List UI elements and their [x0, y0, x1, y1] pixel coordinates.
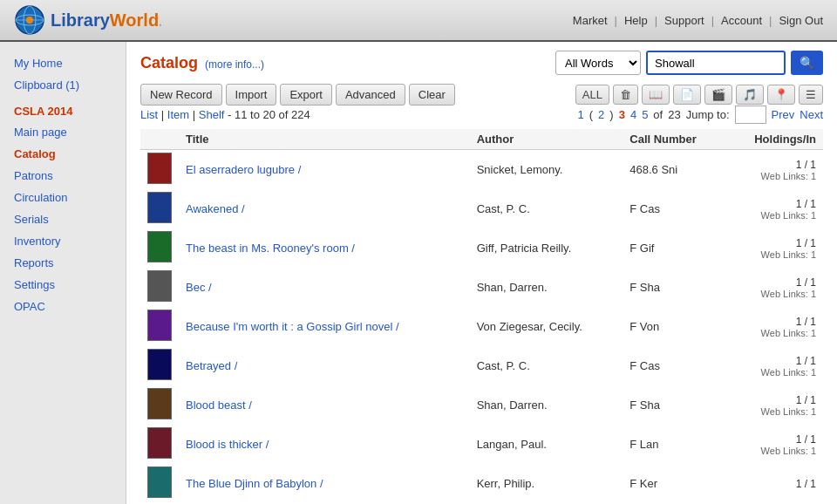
call-number-cell: F Ker: [623, 464, 726, 503]
nav-links: Market | Help | Support | Account | Sign…: [573, 14, 823, 27]
col-callnum: Call Number: [623, 129, 726, 150]
holdings-cell: 1 / 1Web Links: 1: [726, 425, 823, 464]
jump-to-input[interactable]: [735, 106, 766, 124]
filter-map-button[interactable]: 📍: [767, 85, 795, 105]
holdings-cell: 1 / 1Web Links: 1: [726, 189, 823, 228]
book-title-cell: The beast in Ms. Rooney's room /: [179, 228, 470, 268]
book-thumb-cell: [140, 346, 179, 385]
book-title-link[interactable]: The Blue Djinn of Babylon /: [186, 477, 323, 490]
filter-book-button[interactable]: 📖: [642, 85, 670, 105]
toolbar-left: New Record Import Export Advanced Clear: [140, 84, 455, 106]
filter-video-button[interactable]: 🎬: [704, 85, 732, 105]
filter-all-button[interactable]: ALL: [575, 85, 609, 105]
sidebar-item-myhome[interactable]: My Home: [0, 52, 126, 74]
filter-icons: ALL 🗑 📖 📄 🎬 🎵 📍 ☰: [575, 85, 823, 105]
book-title-link[interactable]: Because I'm worth it : a Gossip Girl nov…: [186, 320, 399, 333]
next-link[interactable]: Next: [800, 108, 823, 121]
nav-support[interactable]: Support: [664, 14, 704, 27]
view-item[interactable]: Item: [167, 108, 189, 121]
sidebar-item-inventory[interactable]: Inventory: [0, 230, 126, 252]
nav-account[interactable]: Account: [721, 14, 762, 27]
page-5[interactable]: 5: [642, 108, 648, 121]
book-cover-image: [147, 270, 172, 302]
export-button[interactable]: Export: [280, 84, 332, 106]
web-links-label: Web Links: 1: [733, 328, 816, 338]
sidebar-item-serials[interactable]: Serials: [0, 208, 126, 230]
page-1[interactable]: 1: [578, 108, 584, 121]
table-header-row: Title Author Call Number Holdings/In: [140, 129, 823, 150]
main-content: Catalog (more info...) All Words Any Wor…: [126, 42, 837, 504]
nav-market[interactable]: Market: [573, 14, 608, 27]
holdings-cell: 1 / 1Web Links: 1: [726, 346, 823, 385]
view-list[interactable]: List: [140, 108, 158, 121]
holdings-value: 1 / 1: [733, 433, 816, 446]
range-text: 11 to 20 of 224: [235, 108, 310, 121]
book-author-cell: Snicket, Lemony.: [470, 150, 623, 190]
holdings-cell: 1 / 1Web Links: 1: [726, 150, 823, 190]
book-title-link[interactable]: Blood is thicker /: [186, 438, 269, 451]
book-thumb-cell: [140, 385, 179, 425]
clear-button[interactable]: Clear: [409, 84, 455, 106]
book-thumb-cell: [140, 228, 179, 268]
table-row: The Blue Djinn of Babylon /Kerr, Philip.…: [140, 464, 823, 503]
search-type-select[interactable]: All Words Any Words Title Author Subject…: [555, 51, 641, 75]
book-title-link[interactable]: Betrayed /: [186, 359, 237, 372]
page-2[interactable]: 2: [598, 108, 604, 121]
globe-icon: [14, 4, 45, 36]
import-button[interactable]: Import: [226, 84, 277, 106]
pagination-right: 1 ( 2 ) 3 4 5 of 23 Jump to: Prev Next: [578, 106, 824, 124]
search-input[interactable]: [646, 51, 786, 75]
book-title-link[interactable]: El aserradero lugubre /: [186, 163, 301, 176]
search-button[interactable]: 🔍: [791, 51, 823, 75]
nav-signout[interactable]: Sign Out: [779, 14, 823, 27]
sidebar-item-mainpage[interactable]: Main page: [0, 121, 126, 143]
total-pages: 23: [668, 108, 680, 121]
table-row: The beast in Ms. Rooney's room /Giff, Pa…: [140, 228, 823, 268]
filter-doc-button[interactable]: 📄: [673, 85, 701, 105]
pagination-left: List | Item | Shelf - 11 to 20 of 224: [140, 108, 310, 121]
filter-music-button[interactable]: 🎵: [736, 85, 764, 105]
book-title-link[interactable]: Blood beast /: [186, 398, 252, 412]
holdings-cell: 1 / 1Web Links: 1: [726, 268, 823, 307]
holdings-value: 1 / 1: [733, 276, 816, 289]
sidebar-item-reports[interactable]: Reports: [0, 252, 126, 274]
book-title-link[interactable]: The beast in Ms. Rooney's room /: [186, 242, 355, 255]
sidebar-item-opac[interactable]: OPAC: [0, 296, 126, 317]
holdings-value: 1 / 1: [733, 394, 816, 406]
layout: My Home Clipboard (1) CSLA 2014 Main pag…: [0, 42, 837, 504]
table-row: Blood is thicker /Langan, Paul.F Lan1 / …: [140, 425, 823, 464]
page-4[interactable]: 4: [630, 108, 636, 121]
sidebar-item-clipboard[interactable]: Clipboard (1): [0, 74, 126, 96]
sidebar-item-patrons[interactable]: Patrons: [0, 165, 126, 187]
web-links-label: Web Links: 1: [733, 210, 816, 221]
toolbar-row: New Record Import Export Advanced Clear …: [140, 84, 823, 106]
new-record-button[interactable]: New Record: [140, 84, 222, 106]
more-info-link[interactable]: (more info...): [205, 58, 264, 71]
book-thumb-cell: [140, 307, 179, 346]
catalog-title: Catalog: [140, 54, 198, 72]
sidebar: My Home Clipboard (1) CSLA 2014 Main pag…: [0, 42, 126, 504]
call-number-cell: F Cas: [623, 346, 726, 385]
book-author-cell: Cast, P. C.: [470, 189, 623, 228]
sidebar-item-catalog[interactable]: Catalog: [0, 143, 126, 165]
sidebar-item-settings[interactable]: Settings: [0, 274, 126, 296]
book-title-link[interactable]: Awakened /: [186, 202, 245, 215]
book-cover-image: [147, 153, 172, 184]
advanced-button[interactable]: Advanced: [336, 84, 405, 106]
catalog-table: Title Author Call Number Holdings/In El …: [140, 129, 823, 504]
book-title-link[interactable]: Bec /: [186, 281, 212, 294]
filter-menu-button[interactable]: ☰: [799, 85, 823, 105]
prev-link[interactable]: Prev: [772, 108, 795, 121]
book-title-cell: Awakened /: [179, 189, 470, 228]
table-row: Awakened /Cast, P. C.F Cas1 / 1Web Links…: [140, 189, 823, 228]
filter-delete-button[interactable]: 🗑: [613, 85, 638, 105]
book-author-cell: Langan, Paul.: [470, 425, 623, 464]
nav-help[interactable]: Help: [624, 14, 648, 27]
view-shelf[interactable]: Shelf: [199, 108, 225, 121]
sidebar-item-circulation[interactable]: Circulation: [0, 187, 126, 208]
book-cover-image: [147, 388, 172, 419]
call-number-cell: F Sha: [623, 268, 726, 307]
call-number-cell: F Gif: [623, 228, 726, 268]
table-row: El aserradero lugubre /Snicket, Lemony.4…: [140, 150, 823, 190]
page-3-current[interactable]: 3: [619, 108, 625, 121]
